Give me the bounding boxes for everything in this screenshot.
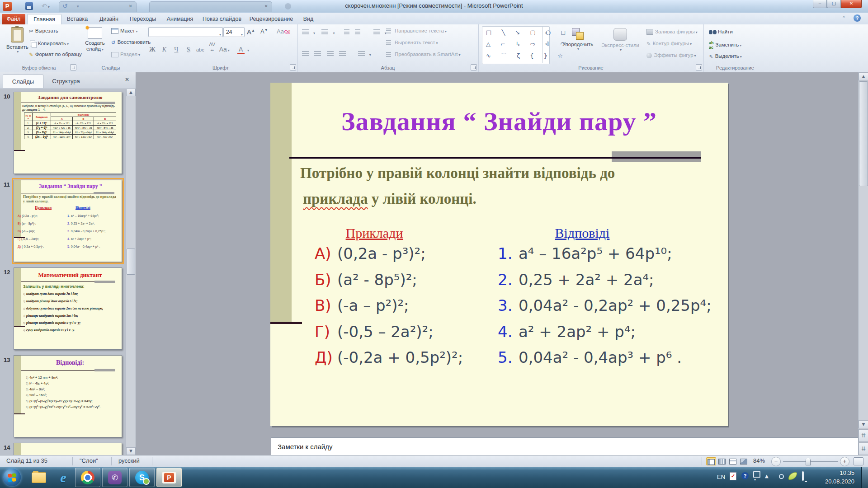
line-spacing-icon[interactable]	[373, 29, 380, 34]
zoom-in-icon[interactable]: +	[840, 457, 849, 466]
taskbar-powerpoint-button[interactable]: P	[156, 468, 182, 487]
collapse-ribbon-icon[interactable]: ⌃	[842, 15, 846, 21]
tray-clock[interactable]: 10:35 20.08.2020	[825, 469, 854, 486]
quick-styles-button[interactable]: Экспресс-стили▾	[599, 28, 642, 52]
show-desktop-button[interactable]	[861, 467, 868, 488]
font-color-dropdown-icon[interactable]: ▾	[247, 48, 249, 52]
tab-view[interactable]: Вид	[297, 14, 319, 24]
answer-row[interactable]: 2.0,25 + 2a² + 2a⁴;	[498, 271, 654, 289]
character-spacing-button[interactable]: AV↔	[207, 42, 217, 52]
taskbar-explorer-button[interactable]	[26, 468, 52, 487]
taskbar-viber-button[interactable]: ✆	[102, 468, 127, 487]
slide-thumbnail-10[interactable]: Завдання для самоконтролю Вибрати, в яко…	[14, 92, 122, 174]
previous-slide-icon[interactable]: ⇈	[859, 429, 868, 442]
doc-scroll-thumb[interactable]	[859, 81, 868, 186]
align-text-button[interactable]: Выровнять текст▾	[386, 40, 438, 45]
example-row[interactable]: В)(-a – p²)²;	[315, 296, 409, 314]
shapes-gallery[interactable]: □ ╲ ↘ ▢ ○ ◻ △ ⌐ ↳ ⇨ ⇩ ◠ ∿ ⌒ ζ { } ☆ ▲▾▾	[482, 26, 550, 64]
tab-design[interactable]: Дизайн	[94, 14, 124, 24]
zoom-slider-thumb[interactable]	[806, 458, 811, 465]
answer-row[interactable]: 4.a² + 2ap² + p⁴;	[498, 323, 636, 341]
zoom-percent[interactable]: 84%	[753, 457, 765, 464]
select-button[interactable]: ⇖Выделить▾	[709, 53, 742, 60]
columns-icon[interactable]	[358, 51, 365, 56]
slide-intro-line1[interactable]: Потрібно у правій колонці знайти відпові…	[300, 165, 615, 182]
shape-effects-button[interactable]: Эффекты фигур▾	[646, 52, 696, 58]
tray-leaf-icon[interactable]	[788, 472, 797, 480]
panel-tab-slides[interactable]: Слайды	[3, 75, 43, 88]
left-column-header[interactable]: Приклади	[320, 225, 429, 241]
tab-slideshow[interactable]: Показ слайдов	[199, 14, 245, 24]
cut-button[interactable]: ✂Вырезать	[29, 28, 58, 34]
tray-network-icon[interactable]	[802, 471, 804, 481]
arrange-button[interactable]: Упорядочить▾	[559, 28, 597, 51]
panel-scrollbar[interactable]: ▲ ▼	[126, 89, 136, 455]
font-size-combo[interactable]: 24▾	[223, 27, 245, 37]
shapes-scroll[interactable]: ▲▾▾	[542, 27, 549, 63]
tray-window-icon[interactable]	[753, 471, 760, 478]
grow-font-icon[interactable]: A▲	[247, 28, 255, 36]
shape-fill-button[interactable]: Заливка фигуры▾	[646, 29, 698, 35]
doc-scroll-up-icon[interactable]: ▲	[859, 72, 868, 80]
next-slide-icon[interactable]: ⇊	[859, 442, 868, 455]
align-left-icon[interactable]	[302, 51, 309, 56]
language-tray-indicator[interactable]: EN	[717, 474, 725, 480]
text-direction-button[interactable]: Направление текста▾	[386, 28, 447, 33]
taskbar-chrome-button[interactable]	[75, 468, 100, 487]
tray-show-hidden-icon[interactable]: ▲	[765, 474, 769, 479]
bullets-icon[interactable]	[302, 29, 309, 34]
drawing-dialog-launcher-icon[interactable]	[696, 64, 702, 70]
panel-close-icon[interactable]: ✕	[125, 76, 129, 83]
clipboard-dialog-launcher-icon[interactable]	[70, 64, 76, 70]
tray-document-icon[interactable]: ✓	[730, 472, 736, 480]
slide-sorter-view-button[interactable]	[717, 457, 727, 465]
normal-view-button[interactable]	[706, 457, 716, 465]
taskbar-skype-button[interactable]: S	[129, 468, 155, 487]
section-button[interactable]: Раздел▾	[111, 52, 140, 57]
strikethrough-button[interactable]: abc	[195, 47, 205, 52]
slide-canvas[interactable]: Завдання “ Знайди пару ” Потрібно у прав…	[270, 83, 728, 426]
panel-tab-outline[interactable]: Структура	[43, 75, 89, 88]
text-shadow-button[interactable]: S	[183, 46, 193, 53]
bold-button[interactable]: Ж	[147, 46, 157, 53]
maximize-button[interactable]: ▢	[827, 0, 841, 8]
tab-file[interactable]: Файл	[2, 14, 25, 24]
align-center-icon[interactable]	[314, 51, 321, 56]
replace-button[interactable]: abacЗаменить▾	[709, 41, 741, 50]
new-slide-button[interactable]: ✹ Создатьслайд▾	[81, 27, 108, 52]
slide-intro-line2[interactable]: приклада у лівій колонці.	[303, 191, 476, 207]
shapes-row[interactable]: △ ⌐ ↳ ⇨ ⇩ ◠	[482, 38, 549, 50]
tray-chevron-icon[interactable]: ▾	[754, 478, 756, 482]
document-scrollbar[interactable]: ▲ ▼ ⇈ ⇊	[858, 72, 868, 455]
fit-to-window-icon[interactable]	[854, 457, 863, 465]
panel-scroll-thumb[interactable]	[127, 249, 135, 275]
underline-button[interactable]: Ч	[171, 46, 181, 53]
slide-thumbnail-13[interactable]: Відповіді: 1) 4n² + 12 nm + 9m²; 2) t² –…	[14, 355, 122, 437]
paragraph-dialog-launcher-icon[interactable]	[471, 64, 477, 70]
taskbar-ie-button[interactable]: e	[51, 468, 76, 487]
notes-pane[interactable]: Заметки к слайду	[271, 437, 868, 455]
minimize-button[interactable]: –	[813, 0, 827, 8]
tab-review[interactable]: Рецензирование	[246, 14, 297, 24]
change-case-button[interactable]: Aa▾	[219, 46, 229, 53]
answer-row[interactable]: 1.a⁴ – 16a²p⁵ + 64p¹⁰;	[498, 244, 672, 263]
tab-transitions[interactable]: Переходы	[125, 14, 161, 24]
copy-button[interactable]: Копировать▾	[29, 39, 69, 48]
example-row[interactable]: Д)(-0,2a + 0,5p²)²;	[315, 348, 463, 366]
reading-view-button[interactable]	[728, 457, 738, 465]
zoom-out-icon[interactable]: −	[771, 457, 781, 466]
slide-thumbnail-14[interactable]	[14, 443, 122, 455]
tab-animations[interactable]: Анимация	[162, 14, 198, 24]
language-indicator[interactable]: русский	[118, 457, 140, 464]
italic-button[interactable]: К	[159, 46, 169, 53]
shapes-row[interactable]: ∿ ⌒ ζ { } ☆	[482, 50, 549, 62]
tab-home[interactable]: Главная	[27, 14, 61, 25]
paste-button[interactable]: Вставить ▾	[6, 27, 28, 54]
layout-button[interactable]: Макет▾	[111, 28, 138, 34]
clear-formatting-icon[interactable]: Aa⌫	[277, 28, 290, 35]
slideshow-view-button[interactable]	[739, 457, 749, 465]
scroll-up-icon[interactable]: ▲	[126, 89, 136, 96]
doc-scro ll-down-icon[interactable]: ▼	[859, 420, 868, 428]
shapes-row[interactable]: □ ╲ ↘ ▢ ○ ◻	[482, 27, 549, 38]
justify-icon[interactable]	[339, 51, 346, 56]
